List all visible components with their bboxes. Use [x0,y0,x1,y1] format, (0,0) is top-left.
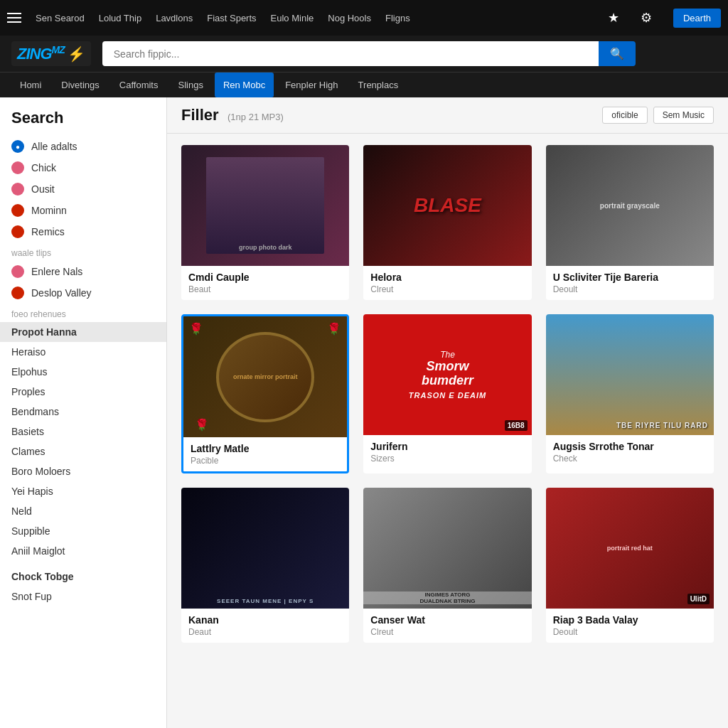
sidebar-dot-deslop [11,287,24,299]
card-u-scliviter[interactable]: portrait grayscale U Scliviter Tije Bare… [546,145,714,300]
sidebar-title: Search [0,109,166,136]
sidebar-item-aniil-maiglot[interactable]: Aniil Maiglot [0,541,166,561]
sidebar-item-boro-moloers[interactable]: Boro Moloers [0,461,166,481]
content-title: Filler [181,106,219,124]
sidebar-dot-pink [11,161,24,174]
sidebar-item-label: Heraiso [11,346,46,358]
card-helora[interactable]: BLASE Helora Clreut [363,145,531,300]
sidebar-item-enlere-nals[interactable]: Enlere Nals [0,261,166,282]
top-nav-item-2[interactable]: Lavdlons [156,13,193,23]
card-title-7: Canser Wat [370,614,524,626]
sidebar-item-label: Elpohus [11,366,48,378]
sidebar-item-label: Proples [11,386,45,397]
top-nav-item-0[interactable]: Sen Searod [36,13,85,23]
card-subtitle-2: Deoult [553,284,707,294]
sidebar-item-chick[interactable]: Chick [0,157,166,178]
card-subtitle-1: Clreut [370,284,524,294]
card-info-7: Canser Wat Clreut [363,609,531,643]
card-title-0: Cmdi Cauple [188,272,342,283]
card-title-8: Riap 3 Bada Valay [553,614,707,626]
sidebar-item-label: Ousit [31,183,55,195]
card-title-1: Helora [370,272,524,283]
card-subtitle-4: Sizers [370,454,524,464]
top-nav-item-4[interactable]: Eulo Minle [271,13,314,23]
card-info-4: Jurifern Sizers [363,435,531,469]
sidebar-item-snot-fup[interactable]: Snot Fup [0,587,166,606]
card-riap[interactable]: portrait red hat UlitD Riap 3 Bada Valay… [546,488,714,643]
sidebar-item-proples[interactable]: Proples [0,382,166,402]
sidebar-item-heraiso[interactable]: Heraiso [0,342,166,362]
sidebar-item-label: Deslop Valley [31,287,92,299]
top-nav: Sen Searod Lolud Thip Lavdlons Fiast Spe… [0,0,728,36]
oficible-button[interactable]: oficible [602,107,647,124]
card-jurifern[interactable]: The Smorw bumderr TRASON E DEAIM 16B8 Ju… [363,314,531,473]
card-subtitle-3: Pacible [191,456,340,466]
sidebar-dot-pink2 [11,183,24,196]
sidebar-item-neld[interactable]: Neld [0,501,166,521]
card-image-2: portrait grayscale [546,145,714,266]
top-nav-item-6[interactable]: Fligns [385,13,410,23]
second-nav-item-2[interactable]: Caffomits [111,73,167,97]
second-nav-item-5[interactable]: Fenpler High [277,73,346,97]
logo[interactable]: ZINGMZ ⚡ [11,41,91,66]
search-button[interactable]: 🔍 [599,41,636,66]
sidebar-item-label: Snot Fup [11,591,52,602]
sidebar-item-suppible[interactable]: Suppible [0,521,166,541]
sidebar-item-propot-hanna[interactable]: Propot Hanna [0,322,166,342]
search-input[interactable] [102,41,599,66]
card-title-3: Lattlry Matle [191,443,340,454]
sidebar-item-label: Suppible [11,525,50,537]
card-info-6: Kanan Deaut [181,609,349,643]
star-icon[interactable]: ★ [608,10,619,26]
card-info-2: U Scliviter Tije Bareria Deoult [546,266,714,300]
hamburger-icon[interactable] [7,13,21,23]
sidebar-item-label: Clames [11,446,45,457]
content-header: Filler (1np 21 MP3) oficible Sem Music [167,97,728,134]
sem-music-button[interactable]: Sem Music [653,107,714,124]
card-cmdi-cauple[interactable]: group photo dark Cmdi Cauple Beaut [181,145,349,300]
sidebar-item-basiets[interactable]: Basiets [0,422,166,441]
card-canser-wat[interactable]: INGIMES ATORGDUALDNAK BTRING Canser Wat … [363,488,531,643]
sidebar-item-chock-tobge[interactable]: Chock Tobge [0,567,166,587]
cta-button[interactable]: Dearth [673,9,721,28]
sidebar-item-bendmans[interactable]: Bendmans [0,402,166,422]
card-image-3: ornate mirror portrait 🌹 🌹 🌹 [183,316,347,437]
sidebar-item-elpohus[interactable]: Elpohus [0,362,166,382]
sidebar-item-ousit[interactable]: Ousit [0,178,166,200]
second-nav-item-3[interactable]: Slings [169,73,211,97]
top-nav-item-1[interactable]: Lolud Thip [99,13,141,23]
card-info-0: Cmdi Cauple Beaut [181,266,349,300]
gear-icon[interactable]: ⚙ [641,10,652,26]
sidebar-item-deslop-valley[interactable]: Deslop Valley [0,282,166,304]
top-nav-item-3[interactable]: Fiast Sperts [207,13,256,23]
sidebar-item-label: Basiets [11,426,44,437]
card-subtitle-7: Clreut [370,627,524,637]
card-image-0: group photo dark [181,145,349,266]
second-nav-item-4[interactable]: Ren Mobc [215,73,274,97]
sidebar-dot-red [11,204,24,217]
sidebar-dot-red2 [11,225,24,238]
sidebar-item-remics[interactable]: Remics [0,221,166,242]
card-augsis[interactable]: TBE RIYRE TILU RARD Augsis Srrothe Tonar… [546,314,714,473]
sidebar-item-label: Remics [31,226,65,237]
top-nav-item-5[interactable]: Nog Hools [328,13,371,23]
card-kanan[interactable]: SEEER TAUN MENE | ENPY S Kanan Deaut [181,488,349,643]
content-area: Filler (1np 21 MP3) oficible Sem Music g… [167,97,728,728]
sidebar-item-label: Chick [31,162,56,173]
content-header-buttons: oficible Sem Music [602,107,714,124]
sidebar-item-clames[interactable]: Clames [0,441,166,461]
card-info-5: Augsis Srrothe Tonar Check [546,435,714,469]
card-image-1: BLASE [363,145,531,266]
card-info-3: Lattlry Matle Pacible [183,437,347,471]
card-info-8: Riap 3 Bada Valay Deoult [546,609,714,643]
sidebar-item-mominn[interactable]: Mominn [0,200,166,221]
second-nav-item-1[interactable]: Divetings [53,73,107,97]
sidebar-item-label: Bendmans [11,406,59,417]
card-lattlry-matle[interactable]: ornate mirror portrait 🌹 🌹 🌹 Lattlry Mat… [181,314,349,473]
second-nav-item-6[interactable]: Trenplacs [350,73,407,97]
card-title-2: U Scliviter Tije Bareria [553,272,707,283]
sidebar-item-alle-adalts[interactable]: ● Alle adalts [0,136,166,157]
sidebar-item-yei-hapis[interactable]: Yei Hapis [0,481,166,501]
second-nav-item-0[interactable]: Homi [11,73,50,97]
card-badge-8: UlitD [687,594,710,604]
